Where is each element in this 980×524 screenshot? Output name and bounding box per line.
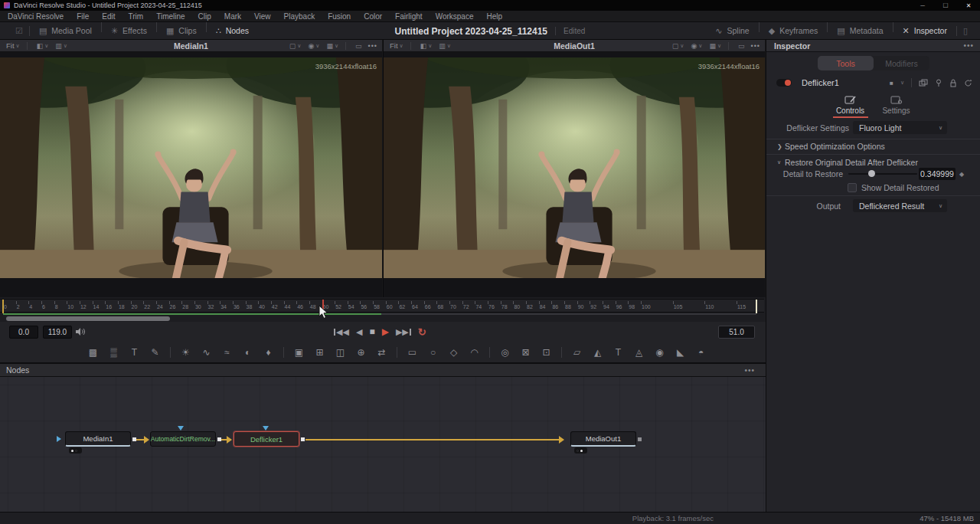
node-enable-toggle[interactable] — [776, 79, 792, 87]
slider-thumb[interactable] — [868, 170, 875, 177]
node-graph[interactable]: MediaIn1 AutomaticDirtRemov... Deflicker… — [0, 377, 766, 512]
version-icon[interactable]: ■ — [890, 80, 893, 87]
color-curves-icon[interactable]: ∿ — [196, 347, 217, 358]
menu-view[interactable]: View — [254, 12, 271, 21]
blur-icon[interactable]: ♦ — [258, 347, 279, 358]
maximize-button[interactable]: ☐ — [934, 0, 957, 11]
expand-viewer-icon[interactable]: ▭ — [738, 42, 745, 50]
subview-icon[interactable]: ▥ — [439, 42, 446, 50]
subview-icon[interactable]: ▥ — [55, 42, 62, 50]
node-mediain1[interactable]: MediaIn1 — [65, 431, 131, 447]
nodes-panel-options-icon[interactable]: ••• — [744, 366, 755, 375]
keyframe-icon[interactable]: ◆ — [959, 171, 964, 178]
matte-control-icon[interactable]: ◫ — [330, 347, 351, 358]
toolbar-nodes-button[interactable]: ∴Nodes — [207, 22, 258, 39]
toolbar-inspector-button[interactable]: ✕Inspector — [893, 22, 956, 39]
planar-transform-icon[interactable]: ⊡ — [536, 347, 557, 358]
speed-optimization-section[interactable]: ❯ Speed Optimization Options — [766, 139, 980, 153]
guides-icon[interactable]: ▦ — [326, 42, 333, 50]
toolbar-clips-button[interactable]: ▦Clips — [157, 22, 206, 39]
menu-edit[interactable]: Edit — [102, 12, 115, 21]
range-out-field[interactable]: 119.0 — [43, 326, 72, 339]
current-frame-field[interactable]: 51.0 — [718, 326, 755, 339]
inspector-options-icon[interactable]: ••• — [963, 41, 974, 50]
menu-playback[interactable]: Playback — [284, 12, 315, 21]
zoom-level-dropdown[interactable]: Fit — [390, 41, 398, 50]
timeline-ruler[interactable]: 0246810121416182022242628303234363840424… — [0, 299, 764, 313]
tab-settings[interactable]: Settings — [879, 93, 914, 118]
expand-viewer-icon[interactable]: ▭ — [355, 42, 362, 50]
polygon-mask-icon[interactable]: ◇ — [443, 347, 464, 358]
toolbar-media-pool-button[interactable]: ▤Media Pool — [30, 22, 101, 39]
mediaout-output-port[interactable] — [638, 437, 642, 441]
color-controls-icon[interactable]: ◉ — [308, 42, 314, 50]
audio-mute-icon[interactable] — [75, 327, 86, 336]
roi-icon[interactable]: ▢ — [672, 42, 679, 50]
safe-mode-icon[interactable]: ☑ — [9, 26, 29, 36]
stop-button[interactable]: ■ — [369, 325, 374, 339]
toolbar-keyframes-button[interactable]: ◆Keyframes — [760, 22, 828, 39]
toolbar-spline-button[interactable]: ∿Spline — [706, 22, 758, 39]
image-plane-3d-icon[interactable]: ▱ — [567, 347, 587, 358]
menu-file[interactable]: File — [77, 12, 89, 21]
menu-timeline[interactable]: Timeline — [156, 12, 185, 21]
pin-icon[interactable] — [935, 79, 942, 87]
paint-icon[interactable]: ✎ — [145, 347, 165, 358]
menu-help[interactable]: Help — [486, 12, 502, 21]
play-button[interactable]: ▶ — [382, 325, 389, 339]
loop-button[interactable]: ↻ — [418, 325, 426, 339]
ab-buffer-icon[interactable]: ◧ — [420, 42, 427, 50]
detail-to-restore-value[interactable]: 0.349999 — [919, 168, 956, 180]
dissolve-icon[interactable]: ⊞ — [309, 347, 330, 358]
planar-tracker-icon[interactable]: ⊠ — [515, 347, 536, 358]
menu-davinci-resolve[interactable]: DaVinci Resolve — [8, 12, 64, 21]
toolbar-effects-button[interactable]: ✳Effects — [102, 22, 156, 39]
go-to-start-button[interactable]: ◀◀ — [334, 325, 349, 339]
background-icon[interactable]: ▩ — [83, 347, 103, 358]
close-button[interactable]: ✕ — [957, 0, 980, 11]
range-out-marker[interactable] — [756, 300, 757, 313]
bspline-mask-icon[interactable]: ◠ — [464, 347, 485, 358]
rectangle-mask-icon[interactable]: ▭ — [402, 347, 423, 358]
viewer-right-canvas[interactable]: 3936x2144xfloat16 — [384, 52, 765, 297]
roi-icon[interactable]: ▢ — [289, 42, 296, 50]
menu-workspace[interactable]: Workspace — [436, 12, 474, 21]
viewer-options-icon[interactable]: ••• — [751, 42, 760, 50]
renderer-3d-icon[interactable]: ◓ — [691, 347, 711, 358]
menu-fairlight[interactable]: Fairlight — [395, 12, 423, 21]
ellipse-mask-icon[interactable]: ○ — [423, 347, 443, 358]
tracker-icon[interactable]: ◎ — [495, 347, 515, 358]
menu-trim[interactable]: Trim — [129, 12, 144, 21]
output-dropdown[interactable]: Deflickered Result ∨ — [853, 199, 947, 212]
node-mediaout1[interactable]: MediaOut1 — [570, 431, 636, 447]
go-to-end-button[interactable]: ▶▶ — [396, 325, 411, 339]
guides-icon[interactable]: ▦ — [709, 42, 716, 50]
hue-curves-icon[interactable]: ≈ — [217, 347, 237, 358]
tab-tools[interactable]: Tools — [818, 56, 874, 70]
merge-3d-icon[interactable]: ◬ — [629, 347, 649, 358]
zoom-level-dropdown[interactable]: Fit — [6, 41, 15, 50]
deflicker-output-port[interactable] — [301, 437, 305, 441]
merge-icon[interactable]: ▣ — [289, 347, 309, 358]
minimize-button[interactable]: ─ — [911, 0, 934, 11]
show-detail-checkbox[interactable] — [848, 183, 857, 192]
channel-booleans-icon[interactable]: ⊕ — [351, 347, 371, 358]
text-plus-icon[interactable]: T — [124, 347, 145, 358]
timeline-scrollbar[interactable] — [6, 316, 170, 321]
viewer-options-icon[interactable]: ••• — [368, 42, 377, 50]
menu-fusion[interactable]: Fusion — [328, 12, 351, 21]
ab-buffer-icon[interactable]: ◧ — [37, 42, 44, 50]
toolbar-metadata-button[interactable]: ▤Metadata — [828, 22, 892, 39]
transform-icon[interactable]: ⇄ — [371, 347, 392, 358]
range-in-field[interactable]: 0.0 — [9, 326, 38, 339]
reset-icon[interactable] — [964, 79, 972, 87]
brightness-contrast-icon[interactable]: ◐ — [237, 347, 258, 358]
camera-3d-icon[interactable]: ◉ — [649, 347, 670, 358]
fast-noise-icon[interactable]: ▒ — [103, 347, 124, 358]
tab-controls[interactable]: Controls — [833, 93, 868, 118]
color-controls-icon[interactable]: ◉ — [691, 42, 697, 50]
menu-color[interactable]: Color — [364, 12, 382, 21]
tab-modifiers[interactable]: Modifiers — [874, 56, 929, 70]
color-corrector-icon[interactable]: ☀ — [175, 347, 196, 358]
node-automaticdirtremoval[interactable]: AutomaticDirtRemov... — [150, 431, 216, 447]
